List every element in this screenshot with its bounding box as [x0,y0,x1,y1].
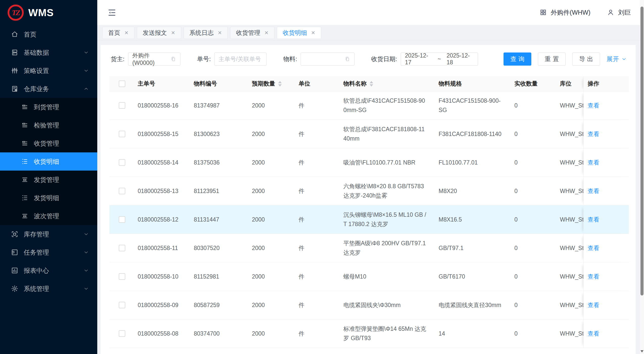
sidebar-item-warehouse-biz[interactable]: 仓库业务 [0,80,97,98]
tab-close-icon[interactable]: ✕ [171,30,175,35]
row-checkbox[interactable] [119,216,125,223]
sidebar-item-inventory[interactable]: 库存管理 [0,225,97,243]
scrollbar-thumb[interactable] [640,7,643,295]
chevron-down-icon [83,286,89,292]
tab-label: 收货管理 [236,29,260,37]
row-checkbox[interactable] [119,302,125,308]
expand-label: 展开 [607,55,619,63]
col-header-label: 库位 [560,80,571,88]
tab-4[interactable]: 收货管理✕ [230,27,274,39]
copy-icon [171,56,176,62]
cell-received-value: 0 [514,102,518,109]
tab-5[interactable]: 收货明细✕ [277,27,321,39]
sidebar-item-wave-mgmt[interactable]: 波次管理 [0,207,97,225]
sidebar-item-strategy[interactable]: 策略设置 [0,62,97,80]
col-header-name[interactable]: 物料名称 [341,80,436,88]
owner-select[interactable]: 外购件(W0000) [128,52,180,66]
sidebar-item-ship-detail[interactable]: 发货明细 [0,189,97,207]
sidebar-item-receive-detail[interactable]: 收货明细 [0,152,97,171]
view-link[interactable]: 查看 [588,244,599,252]
export-button[interactable]: 导出 [572,52,600,66]
sidebar-item-inspect-mgmt[interactable]: 检验管理 [0,116,97,134]
cell-name-value: 吸油管\FL10100.77.01 NBR [343,158,424,167]
material-input[interactable] [301,52,354,66]
cell-code: 81375036 [191,159,249,166]
sort-asc-icon[interactable] [278,81,282,83]
cell-operation: 查看 [583,120,628,148]
cell-order-value: 0180002558-10 [138,273,178,280]
topbar-right: 外购件(WHW) 刘巨 [540,8,631,17]
sidebar-item-system[interactable]: 系统管理 [0,280,97,298]
cell-location-value: WHW_Sta [560,159,583,166]
row-checkbox[interactable] [119,131,125,137]
row-checkbox[interactable] [119,273,125,280]
order-no-input[interactable]: 主单号/关联单号 [214,52,267,66]
cell-name: 吸油管\FL10100.77.01 NBR [341,158,436,167]
view-link[interactable]: 查看 [588,187,599,195]
sort-desc-icon[interactable] [278,84,282,87]
reset-button[interactable]: 重置 [538,52,566,66]
user-menu[interactable]: 刘巨 [607,8,631,17]
cell-unit: 件 [296,244,341,252]
cell-location-value: WHW_Sta [560,102,583,109]
cell-operation: 查看 [583,262,628,291]
row-checkbox[interactable] [119,188,125,194]
tab-close-icon[interactable]: ✕ [311,30,315,35]
cell-order: 0180002558-11 [135,245,191,252]
tab-close-icon[interactable]: ✕ [218,30,222,35]
sort-icon[interactable] [278,81,282,87]
cell-name-value: 沉头铆螺母\M8×16.5 ML10 GB /T 17880.2 达克罗 [343,210,436,229]
tab-close-icon[interactable]: ✕ [264,30,269,35]
menu-item-label: 波次管理 [34,212,59,220]
row-checkbox[interactable] [119,245,125,251]
cell-name-value: 软管总成\F381CACF181808-1140mm [343,125,436,143]
menu-fold-icon[interactable] [107,8,116,17]
cell-order: 0180002558-16 [135,102,191,109]
cell-location-value: WHW_Sta [560,245,583,252]
query-button[interactable]: 查询 [504,52,531,66]
cell-order: 0180002558-10 [135,273,191,280]
sidebar-item-base-data[interactable]: 基础数据 [0,43,97,62]
sort-asc-icon[interactable] [370,81,373,83]
cell-check [109,159,135,166]
view-link[interactable]: 查看 [588,301,599,309]
cell-qty: 2000 [249,159,296,166]
expand-toggle[interactable]: 展开 [607,55,627,63]
select-all-checkbox[interactable] [119,80,125,87]
sidebar-item-ship-mgmt[interactable]: 发货管理 [0,171,97,189]
view-link[interactable]: 查看 [588,216,599,224]
filter-actions: 查询重置导出展开 [504,52,627,66]
view-link[interactable]: 查看 [588,102,599,110]
cell-qty-value: 2000 [252,102,265,109]
sidebar-item-arrival-mgmt[interactable]: 到货管理 [0,98,97,116]
cell-received-value: 0 [514,273,518,280]
cell-location: WHW_Sta [557,188,583,195]
col-header-qty[interactable]: 预期数量 [249,80,296,88]
view-link[interactable]: 查看 [588,159,599,167]
view-link[interactable]: 查看 [588,330,599,338]
row-checkbox[interactable] [119,330,125,337]
row-checkbox[interactable] [119,159,125,166]
date-range-picker[interactable]: 2025-12-17~2025-12-18 [401,52,478,66]
cell-qty: 2000 [249,131,296,138]
view-link[interactable]: 查看 [588,130,599,138]
cell-order: 0180002558-08 [135,330,191,337]
table-header-row: 主单号物料编号预期数量单位物料名称物料规格实收数量库位操作 [109,76,629,91]
view-link[interactable]: 查看 [588,273,599,281]
tab-1[interactable]: 首页✕ [102,27,134,39]
cell-name-value: 电缆紧固线夹\Φ30mm [343,301,409,310]
sort-icon[interactable] [370,81,373,87]
vertical-scrollbar[interactable] [640,0,644,354]
sort-desc-icon[interactable] [370,84,373,87]
tab-3[interactable]: 系统日志✕ [184,27,228,39]
cell-code: 80587259 [191,302,249,309]
tab-close-icon[interactable]: ✕ [124,30,129,35]
workspace-switcher[interactable]: 外购件(WHW) [540,8,590,17]
sidebar-item-receive-mgmt[interactable]: 收货管理 [0,134,97,152]
scrollbar-down-arrow-icon[interactable] [640,350,643,352]
sidebar-item-task[interactable]: 任务管理 [0,243,97,261]
sidebar-item-home[interactable]: 首页 [0,25,97,43]
sidebar-item-report[interactable]: 报表中心 [0,261,97,280]
row-checkbox[interactable] [119,102,125,109]
tab-2[interactable]: 发送报文✕ [137,27,181,39]
